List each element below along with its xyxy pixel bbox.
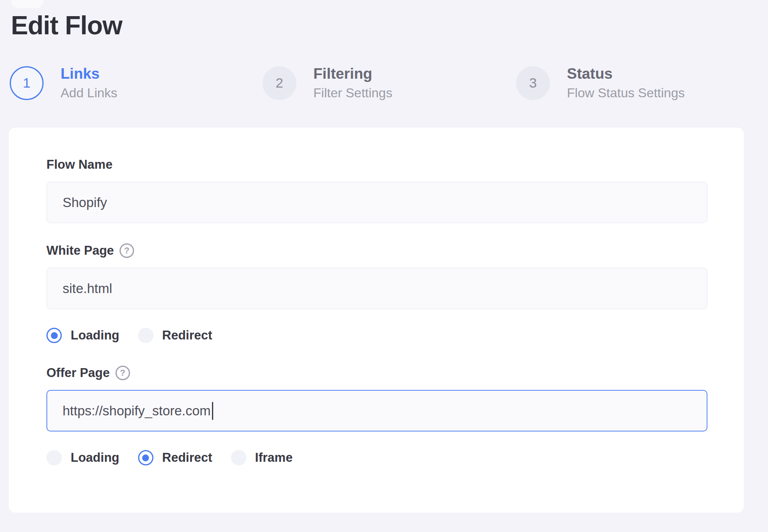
- step-2-subtitle: Filter Settings: [313, 85, 392, 102]
- page-title: Edit Flow: [11, 10, 122, 40]
- white-page-label-text: White Page: [46, 243, 114, 258]
- step-2-number-badge: 2: [262, 66, 296, 100]
- white-page-redirect-label: Redirect: [162, 328, 212, 343]
- offer-page-mode-options: Loading Redirect Iframe: [46, 450, 707, 465]
- white-page-loading-label: Loading: [71, 328, 120, 343]
- offer-page-iframe-radio[interactable]: [231, 450, 246, 465]
- white-page-loading-radio[interactable]: [46, 328, 62, 343]
- stepper: 1 Links Add Links 2 Filtering Filter Set…: [0, 65, 768, 113]
- step-1-text: Links Add Links: [61, 65, 118, 102]
- offer-page-redirect-option[interactable]: Redirect: [138, 450, 212, 465]
- white-page-label: White Page ?: [46, 243, 707, 258]
- offer-page-loading-radio[interactable]: [46, 450, 62, 465]
- stepper-step-filtering[interactable]: 2 Filtering Filter Settings: [262, 65, 392, 102]
- step-2-text: Filtering Filter Settings: [313, 65, 392, 102]
- white-page-help-icon[interactable]: ?: [120, 243, 134, 258]
- offer-page-redirect-label: Redirect: [162, 450, 212, 465]
- step-1-subtitle: Add Links: [61, 85, 118, 102]
- clipped-top-element: [11, 0, 44, 8]
- offer-page-input[interactable]: https://shopify_store.com: [46, 390, 707, 431]
- step-3-text: Status Flow Status Settings: [567, 65, 685, 102]
- offer-page-input-value: https://shopify_store.com: [63, 403, 211, 419]
- stepper-step-links[interactable]: 1 Links Add Links: [10, 65, 118, 102]
- offer-page-loading-option[interactable]: Loading: [46, 450, 120, 465]
- flow-name-label-text: Flow Name: [46, 157, 113, 172]
- offer-page-label: Offer Page ?: [46, 366, 707, 380]
- step-1-number-badge: 1: [10, 66, 44, 100]
- white-page-loading-option[interactable]: Loading: [46, 328, 120, 343]
- offer-page-redirect-radio[interactable]: [138, 450, 153, 465]
- step-2-title: Filtering: [313, 65, 392, 83]
- offer-page-loading-label: Loading: [71, 450, 120, 465]
- white-page-redirect-radio[interactable]: [138, 328, 153, 343]
- flow-name-input[interactable]: [46, 182, 707, 223]
- edit-flow-card: Flow Name White Page ? Loading Redirect …: [9, 128, 744, 513]
- white-page-input[interactable]: [46, 268, 707, 309]
- white-page-redirect-option[interactable]: Redirect: [138, 328, 212, 343]
- offer-page-help-icon[interactable]: ?: [115, 366, 130, 380]
- step-1-title: Links: [61, 65, 118, 83]
- offer-page-iframe-option[interactable]: Iframe: [231, 450, 293, 465]
- offer-page-iframe-label: Iframe: [255, 450, 293, 465]
- step-3-subtitle: Flow Status Settings: [567, 85, 685, 102]
- step-3-number-badge: 3: [516, 66, 550, 100]
- step-3-title: Status: [567, 65, 685, 83]
- text-cursor: [212, 402, 213, 420]
- stepper-step-status[interactable]: 3 Status Flow Status Settings: [516, 65, 685, 102]
- white-page-mode-options: Loading Redirect: [46, 328, 707, 343]
- flow-name-label: Flow Name: [46, 157, 707, 172]
- offer-page-label-text: Offer Page: [46, 366, 110, 380]
